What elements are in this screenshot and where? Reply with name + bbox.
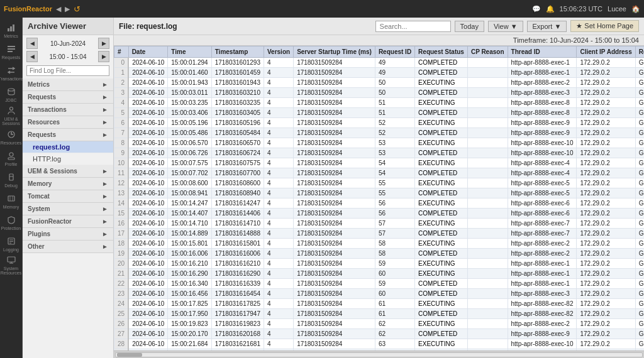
nav-section-other[interactable]: Other ►	[23, 241, 113, 253]
table-row[interactable]: 242024-06-1015:00:17.8251718031617825417…	[114, 299, 645, 309]
table-row[interactable]: 222024-06-1015:00:16.3401718031616339417…	[114, 279, 645, 289]
today-button[interactable]: Today	[455, 21, 484, 32]
table-row[interactable]: 252024-06-1015:00:17.9501718031617947417…	[114, 309, 645, 319]
data-cell: http-apr-8888-exec-82	[508, 299, 577, 309]
table-row[interactable]: 52024-06-1015:00:03.40617180316034054171…	[114, 108, 645, 118]
status-cell: COMPLETED	[415, 68, 468, 78]
table-row[interactable]: 142024-06-1015:00:14.2471718031614247417…	[114, 198, 645, 209]
find-log-input[interactable]	[26, 65, 109, 76]
data-cell: http-apr-8888-exec-9	[508, 329, 577, 339]
sidebar-icon-profile[interactable]: Profile	[1, 148, 21, 168]
scrollbar-thumb[interactable]	[117, 353, 142, 357]
nav-sub-request-log[interactable]: request.log	[23, 141, 113, 153]
time-next-btn[interactable]: ▶	[98, 51, 109, 62]
sidebar-icon-sysresources[interactable]: System Resources	[1, 255, 21, 275]
view-button[interactable]: View ▼	[488, 21, 523, 32]
table-row[interactable]: 192024-06-1015:00:16.0061718031616006417…	[114, 249, 645, 259]
nav-refresh-icon[interactable]: ↺	[74, 4, 80, 14]
data-cell: GET	[635, 219, 644, 229]
table-row[interactable]: 272024-06-1015:00:20.1701718031620168417…	[114, 329, 645, 339]
status-cell: EXECUTING	[415, 138, 468, 148]
table-row[interactable]: 172024-06-1015:00:14.8891718031614888417…	[114, 229, 645, 239]
nav-section-transactions[interactable]: Transactions ►	[23, 104, 113, 116]
table-row[interactable]: 82024-06-1015:00:06.57017180316065704171…	[114, 138, 645, 148]
table-row[interactable]: 232024-06-1015:00:16.4561718031616454417…	[114, 289, 645, 299]
sidebar-icon-memory[interactable]: Memory	[1, 191, 21, 211]
nav-forward-icon[interactable]: ▶	[65, 5, 70, 13]
data-cell	[467, 108, 508, 118]
table-row[interactable]: 102024-06-1015:00:07.5751718031607575417…	[114, 158, 645, 168]
nav-section-requests-1[interactable]: Requests ►	[23, 91, 113, 104]
data-cell: GET	[635, 339, 644, 349]
data-cell: 2024-06-10	[128, 178, 168, 188]
col-request-status: Request Status	[415, 46, 468, 58]
icon-sidebar: Metrics Requests Transactions JDBC	[0, 18, 23, 358]
nav-section-resources[interactable]: Resources ►	[23, 116, 113, 129]
table-row[interactable]: 202024-06-1015:00:16.2101718031616210417…	[114, 259, 645, 269]
date-next-btn[interactable]: ▶	[98, 38, 109, 49]
data-cell: http-apr-8888-exec-10	[508, 339, 577, 349]
bell-icon[interactable]: 🔔	[546, 5, 555, 13]
data-cell: 2024-06-10	[128, 309, 168, 319]
table-row[interactable]: 182024-06-1015:00:15.8011718031615801417…	[114, 239, 645, 249]
app-logo[interactable]: FusionReactor	[4, 5, 52, 13]
nav-back-icon[interactable]: ◀	[56, 5, 61, 13]
time-prev-btn[interactable]: ◀	[26, 51, 38, 62]
sidebar-icon-transactions[interactable]: Transactions	[1, 63, 21, 83]
scrollbar-track[interactable]	[115, 352, 643, 357]
data-cell: 2024-06-10	[128, 168, 168, 178]
data-cell: 4	[264, 88, 293, 98]
table-row[interactable]: 152024-06-1015:00:14.4071718031614406417…	[114, 209, 645, 219]
nav-section-requests-2[interactable]: Requests ►	[23, 129, 113, 141]
nav-section-memory[interactable]: Memory ►	[23, 178, 113, 190]
table-row[interactable]: 22024-06-1015:00:01.94317180316019434171…	[114, 78, 645, 88]
nav-section-uem[interactable]: UEM & Sessions ►	[23, 165, 113, 178]
table-container[interactable]: # Date Time Timestamp Version Server Sta…	[114, 46, 644, 350]
data-cell: http-apr-8888-exec-9	[508, 118, 577, 128]
data-cell: 59	[375, 279, 414, 289]
table-row[interactable]: 12024-06-1015:00:01.46017180316014594171…	[114, 68, 645, 78]
row-num-cell: 11	[114, 168, 129, 178]
nav-section-tomcat[interactable]: Tomcat ►	[23, 190, 113, 203]
sidebar-icon-uem[interactable]: UEM & Sessions	[1, 106, 21, 126]
table-row[interactable]: 02024-06-1015:00:01.29417180316012934171…	[114, 58, 645, 68]
svg-rect-1	[10, 26, 12, 31]
sidebar-icon-jdbc[interactable]: JDBC	[1, 84, 21, 104]
table-row[interactable]: 122024-06-1015:00:08.6001718031608600417…	[114, 178, 645, 188]
home-icon[interactable]: 🏠	[631, 5, 640, 13]
table-row[interactable]: 112024-06-1015:00:07.7021718031607700417…	[114, 168, 645, 178]
data-cell: 56	[375, 209, 414, 219]
data-cell	[467, 229, 508, 239]
nav-section-plugins[interactable]: Plugins ►	[23, 228, 113, 241]
row-num-cell: 25	[114, 309, 129, 319]
sidebar-icon-requests[interactable]: Requests	[1, 41, 21, 62]
chat-icon[interactable]: 💬	[532, 5, 541, 13]
logging-icon	[6, 236, 16, 246]
status-cell: COMPLETED	[415, 88, 468, 98]
nav-sub-http-log[interactable]: HTTP.log	[23, 153, 113, 165]
table-row[interactable]: 132024-06-1015:00:08.9411718031608940417…	[114, 188, 645, 198]
sidebar-icon-protection[interactable]: Protection	[1, 212, 21, 232]
nav-section-system[interactable]: System ►	[23, 203, 113, 215]
table-row[interactable]: 212024-06-1015:00:16.2901718031616290417…	[114, 269, 645, 279]
sidebar-icon-logging[interactable]: Logging	[1, 234, 21, 254]
sidebar-icon-resources[interactable]: Resources	[1, 127, 21, 147]
sidebar-icon-debug[interactable]: Debug	[1, 170, 21, 190]
table-row[interactable]: 162024-06-1015:00:14.7101718031614710417…	[114, 219, 645, 229]
search-input[interactable]	[375, 21, 451, 32]
table-row[interactable]: 62024-06-1015:00:05.19617180316051964171…	[114, 118, 645, 128]
horizontal-scrollbar[interactable]	[114, 350, 644, 358]
nav-section-metrics[interactable]: Metrics ►	[23, 79, 113, 91]
table-row[interactable]: 262024-06-1015:00:19.8231718031619823417…	[114, 319, 645, 329]
date-prev-btn[interactable]: ◀	[26, 38, 38, 49]
table-row[interactable]: 282024-06-1015:00:21.6841718031621681417…	[114, 339, 645, 349]
data-cell: 172.29.0.2	[577, 68, 635, 78]
table-row[interactable]: 72024-06-1015:00:05.48617180316054844171…	[114, 128, 645, 138]
table-row[interactable]: 92024-06-1015:00:06.72617180316067244171…	[114, 148, 645, 158]
export-button[interactable]: Export ▼	[527, 21, 567, 32]
sidebar-icon-metrics[interactable]: Metrics	[1, 20, 21, 40]
table-row[interactable]: 42024-06-1015:00:03.23517180316032354171…	[114, 98, 645, 108]
set-home-button[interactable]: ★ Set Home Page	[570, 20, 639, 32]
table-row[interactable]: 32024-06-1015:00:03.01117180316032104171…	[114, 88, 645, 98]
nav-section-fusionreactor[interactable]: FusionReactor ►	[23, 215, 113, 228]
